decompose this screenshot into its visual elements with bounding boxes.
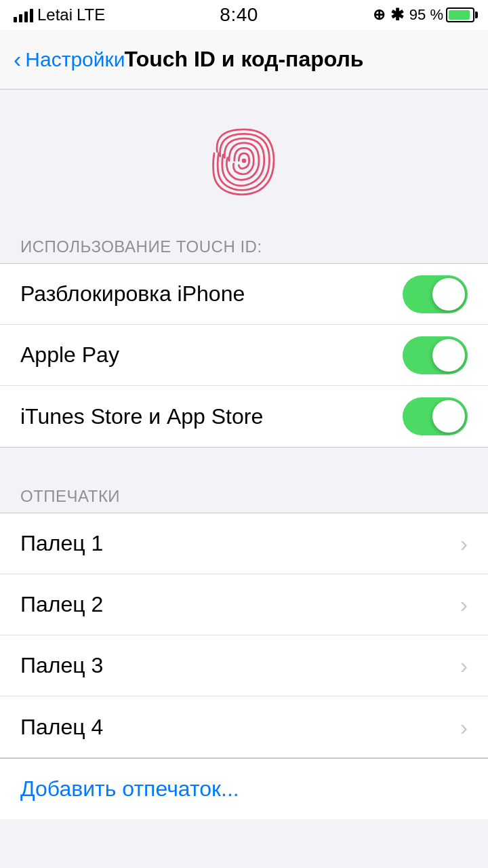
fingerprint-section xyxy=(0,90,488,232)
itunes-store-row[interactable]: iTunes Store и App Store xyxy=(0,386,488,447)
finger-1-row[interactable]: Палец 1 › xyxy=(0,513,488,574)
svg-point-0 xyxy=(242,159,247,163)
fingerprints-group: Палец 1 › Палец 2 › Палец 3 › Палец 4 › xyxy=(0,513,488,758)
finger-4-row[interactable]: Палец 4 › xyxy=(0,696,488,757)
chevron-right-icon: › xyxy=(460,714,468,741)
location-icon: ⊕ xyxy=(373,6,385,24)
page-title: Touch ID и код-пароль xyxy=(124,47,363,72)
status-bar: Letai LTE 8:40 ⊕ ✱ 95 % xyxy=(0,0,488,30)
finger-3-row[interactable]: Палец 3 › xyxy=(0,635,488,696)
apple-pay-label: Apple Pay xyxy=(20,342,119,368)
network-label: LTE xyxy=(77,5,105,24)
signal-bars-icon xyxy=(14,7,33,22)
section-spacer-1 xyxy=(0,448,488,481)
battery-percent-label: 95 % xyxy=(409,6,443,24)
itunes-store-label: iTunes Store и App Store xyxy=(20,404,263,429)
finger-2-label: Палец 2 xyxy=(20,592,103,617)
back-chevron-icon: ‹ xyxy=(14,47,21,71)
back-label: Настройки xyxy=(25,48,125,71)
chevron-right-icon: › xyxy=(460,652,468,679)
toggle-thumb xyxy=(432,278,465,311)
battery-container: 95 % xyxy=(409,6,474,24)
iphone-unlock-row[interactable]: Разблокировка iPhone xyxy=(0,264,488,325)
finger-4-label: Палец 4 xyxy=(20,715,103,740)
bottom-spacer xyxy=(0,819,488,860)
iphone-unlock-label: Разблокировка iPhone xyxy=(20,281,245,307)
fingerprint-graphic xyxy=(207,123,281,198)
bluetooth-icon: ✱ xyxy=(390,5,404,24)
toggle-thumb xyxy=(432,339,465,372)
add-fingerprint-label: Добавить отпечаток... xyxy=(20,776,239,802)
finger-2-row[interactable]: Палец 2 › xyxy=(0,574,488,635)
finger-1-label: Палец 1 xyxy=(20,531,103,556)
carrier-label: Letai xyxy=(37,5,73,24)
nav-bar: ‹ Настройки Touch ID и код-пароль xyxy=(0,30,488,90)
iphone-unlock-toggle[interactable] xyxy=(403,275,468,313)
battery-fill xyxy=(449,10,470,20)
fingerprints-section-header: ОТПЕЧАТКИ xyxy=(0,481,488,513)
toggle-thumb xyxy=(432,400,465,433)
status-right: ⊕ ✱ 95 % xyxy=(373,5,474,24)
finger-3-label: Палец 3 xyxy=(20,653,103,678)
battery-icon xyxy=(446,7,474,22)
apple-pay-row[interactable]: Apple Pay xyxy=(0,325,488,386)
chevron-right-icon: › xyxy=(460,530,468,557)
chevron-right-icon: › xyxy=(460,591,468,618)
touch-id-settings-group: Разблокировка iPhone Apple Pay iTunes St… xyxy=(0,263,488,448)
apple-pay-toggle[interactable] xyxy=(403,336,468,374)
back-button[interactable]: ‹ Настройки xyxy=(14,48,125,71)
status-left: Letai LTE xyxy=(14,5,105,24)
itunes-store-toggle[interactable] xyxy=(403,397,468,435)
add-fingerprint-row[interactable]: Добавить отпечаток... xyxy=(0,758,488,819)
time-label: 8:40 xyxy=(220,4,258,26)
touch-id-section-header: ИСПОЛЬЗОВАНИЕ TOUCH ID: xyxy=(0,232,488,263)
